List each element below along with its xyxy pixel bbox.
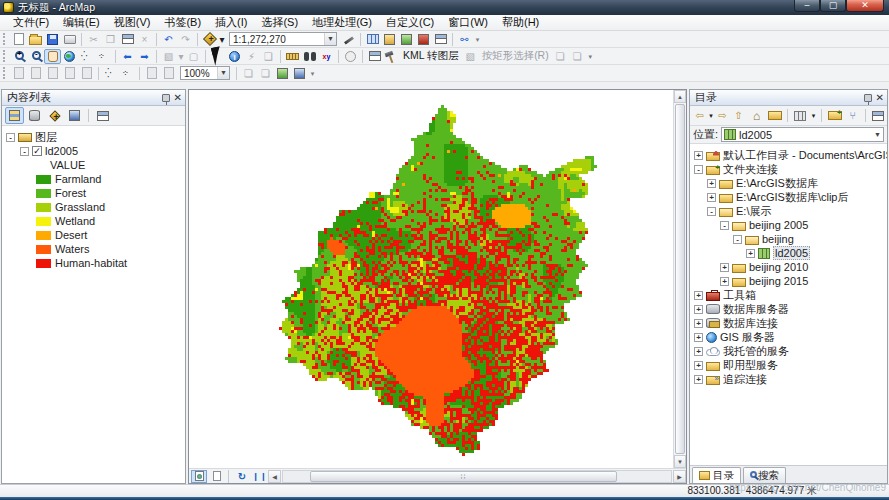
catalog-window-button[interactable] (381, 32, 398, 47)
menu-edit[interactable]: 编辑(E) (56, 14, 107, 31)
pin-icon[interactable] (864, 94, 872, 102)
tree-item-label[interactable]: E:\ArcGIS数据库 (736, 176, 818, 191)
tree-item[interactable]: -E:\展示 (694, 204, 887, 218)
kml-to-layer-label[interactable]: KML 转图层 (403, 49, 459, 63)
tree-item-label[interactable]: E:\ArcGIS数据库\clip后 (736, 190, 848, 205)
expander-icon[interactable]: + (746, 249, 755, 258)
select-features-button[interactable]: ▧ (160, 49, 177, 64)
tree-item-label[interactable]: beijing 2010 (749, 261, 808, 273)
map-view[interactable] (189, 90, 673, 468)
layout-fixed-zoom-out-button[interactable]: ⁘ (119, 66, 136, 81)
menu-help[interactable]: 帮助(H) (495, 14, 546, 31)
expander-icon[interactable]: + (694, 305, 703, 314)
toolbox-tree-button[interactable]: ⑂ (844, 107, 861, 124)
tree-item[interactable]: +追踪连接 (694, 372, 887, 386)
menu-view[interactable]: 视图(V) (107, 14, 158, 31)
legend-swatch[interactable] (36, 259, 51, 268)
fixed-zoom-out-button[interactable]: ⁘ (95, 49, 112, 64)
save-button[interactable] (44, 32, 61, 47)
tree-item-label[interactable]: beijing 2015 (749, 275, 808, 287)
menu-geoprocessing[interactable]: 地理处理(G) (305, 14, 379, 31)
expander-icon[interactable]: + (694, 361, 703, 370)
home-folder-button[interactable]: ⌂ (748, 107, 765, 124)
expander-icon[interactable]: + (694, 151, 703, 160)
tree-item[interactable]: +GIS 服务器 (694, 330, 887, 344)
tree-item-label[interactable]: E:\展示 (736, 204, 771, 219)
time-slider-button[interactable] (342, 49, 359, 64)
clear-selection-button[interactable]: ▢ (185, 49, 202, 64)
tree-item[interactable]: +数据库连接 (694, 316, 887, 330)
data-driven-pages-button[interactable] (291, 66, 308, 81)
layers-label[interactable]: 图层 (35, 130, 57, 145)
go-forward-extent-button[interactable]: ➡ (136, 49, 153, 64)
expander-icon[interactable]: + (694, 375, 703, 384)
expander-icon[interactable]: - (733, 235, 742, 244)
tree-item-label[interactable]: 即用型服务 (723, 358, 778, 373)
attribute-table-button[interactable] (364, 32, 381, 47)
expander-icon[interactable]: - (20, 147, 29, 156)
html-popup-tool[interactable]: ❑ (260, 49, 277, 64)
close-icon[interactable]: ✕ (876, 93, 884, 103)
catalog-back-dropdown[interactable]: ▾ (707, 107, 714, 124)
menu-selection[interactable]: 选择(S) (254, 14, 305, 31)
layout-whole-page-button[interactable] (61, 66, 78, 81)
maximize-button[interactable]: ▢ (820, 0, 846, 12)
horizontal-scrollbar[interactable]: ⁞⁞ (282, 470, 672, 483)
chevron-down-icon[interactable]: ▼ (217, 67, 229, 79)
toolbar-overflow[interactable]: ▾ (473, 32, 482, 47)
legend-swatch[interactable] (36, 203, 51, 212)
default-geodatabase-button[interactable] (766, 107, 783, 124)
menu-windows[interactable]: 窗口(W) (441, 14, 495, 31)
legend-swatch[interactable] (36, 189, 51, 198)
contents-view-button[interactable] (792, 107, 809, 124)
disabled-tool-2[interactable]: ❏ (569, 49, 586, 64)
list-by-selection-button[interactable] (65, 107, 84, 124)
expander-icon[interactable]: + (707, 179, 716, 188)
vertical-scrollbar[interactable]: ▲ ▼ (673, 90, 686, 468)
data-view-button[interactable] (191, 470, 207, 483)
tree-item[interactable]: +数据库服务器 (694, 302, 887, 316)
contents-view-dropdown[interactable]: ▾ (810, 107, 817, 124)
select-elements-tool[interactable] (209, 49, 226, 64)
tree-item-label[interactable]: 工具箱 (723, 288, 756, 303)
copy-button[interactable]: ❐ (102, 32, 119, 47)
toolbar-grip[interactable] (3, 33, 7, 45)
catalog-options-button[interactable] (870, 107, 887, 124)
disabled-tool-1[interactable]: ❏ (552, 49, 569, 64)
layout-forward-extent-button[interactable] (160, 66, 177, 81)
select-by-rectangle-button[interactable]: ▧ (462, 49, 479, 64)
pause-drawing-button[interactable]: ❙❙ (252, 470, 268, 483)
tree-item-label[interactable]: 数据库连接 (723, 316, 778, 331)
toc-options-button[interactable] (93, 107, 112, 124)
print-button[interactable] (61, 32, 78, 47)
legend-swatch[interactable] (36, 175, 51, 184)
tree-item[interactable]: +工具箱 (694, 288, 887, 302)
layout-back-extent-button[interactable] (143, 66, 160, 81)
expander-icon[interactable]: + (694, 333, 703, 342)
tree-item-label[interactable]: 我托管的服务 (723, 344, 789, 359)
tree-item[interactable]: +beijing 2015 (694, 274, 887, 288)
toolbar-grip[interactable] (3, 67, 7, 79)
redo-button[interactable]: ↷ (177, 32, 194, 47)
tree-item[interactable]: -beijing 2005 (694, 218, 887, 232)
fixed-zoom-in-button[interactable]: ⁛ (78, 49, 95, 64)
horizontal-scroll-thumb[interactable]: ⁞⁞ (310, 471, 617, 482)
toolbar-grip[interactable] (3, 50, 7, 62)
tree-item[interactable]: -文件夹连接 (694, 162, 887, 176)
new-document-button[interactable] (10, 32, 27, 47)
tree-item[interactable]: +默认工作目录 - Documents\ArcGIS (694, 148, 887, 162)
layout-zoom-in-tool[interactable] (10, 66, 27, 81)
menu-insert[interactable]: 插入(I) (208, 14, 254, 31)
close-button[interactable]: ✕ (846, 0, 884, 12)
scroll-down-icon[interactable]: ▼ (674, 455, 686, 468)
layers-row[interactable]: - 图层 (6, 130, 185, 144)
tree-item-label[interactable]: 文件夹连接 (723, 162, 778, 177)
paste-button[interactable] (119, 32, 136, 47)
select-by-rectangle-label[interactable]: 按矩形选择(R) (482, 49, 549, 63)
modelbuilder-button[interactable]: ⚯ (456, 32, 473, 47)
menu-customize[interactable]: 自定义(C) (379, 14, 441, 31)
pan-tool[interactable] (44, 49, 61, 64)
legend-swatch[interactable] (36, 217, 51, 226)
tree-item-label[interactable]: beijing 2005 (749, 219, 808, 231)
go-back-extent-button[interactable]: ⬅ (119, 49, 136, 64)
